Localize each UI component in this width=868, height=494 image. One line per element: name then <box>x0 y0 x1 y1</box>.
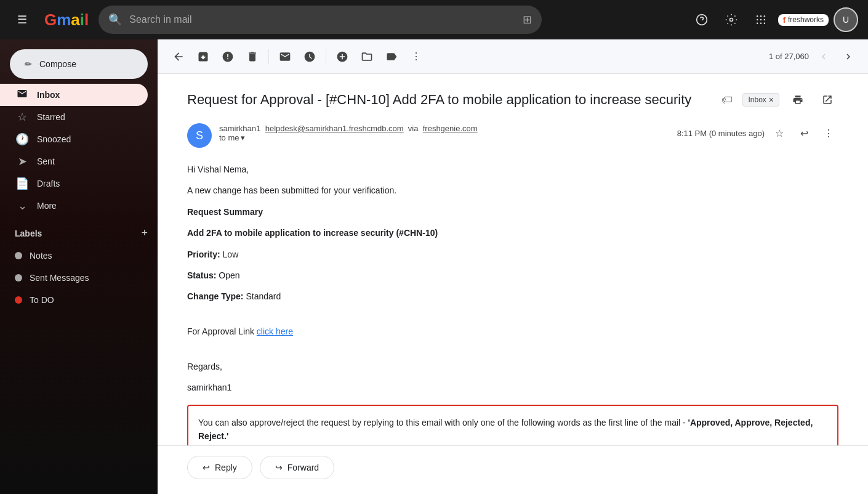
previous-email-button[interactable] <box>814 47 834 67</box>
forward-label: Forward <box>287 463 319 472</box>
intro: A new change has been submitted for your… <box>187 184 838 197</box>
more-actions-button[interactable]: ⋮ <box>405 46 427 68</box>
compose-icon: ✏ <box>25 59 32 69</box>
label-item-todo[interactable]: To DO <box>0 289 148 311</box>
settings-icon[interactable] <box>719 7 744 32</box>
svg-point-4 <box>760 15 762 17</box>
sidebar-item-label: Starred <box>37 112 65 122</box>
label-name: Sent Messages <box>30 273 89 283</box>
mark-unread-button[interactable] <box>274 46 296 68</box>
label-dot-todo <box>15 296 22 304</box>
open-new-window-button[interactable] <box>816 89 838 111</box>
label-name: To DO <box>30 295 54 305</box>
next-email-button[interactable] <box>838 47 858 67</box>
toolbar-divider-2 <box>326 49 326 64</box>
sender-name-row: samirkhan1 helpdesk@samirkhan1.freshcmdb… <box>219 123 670 133</box>
apps-icon[interactable] <box>749 7 773 32</box>
add-label-button[interactable]: + <box>141 227 148 240</box>
label-item-sent-messages[interactable]: Sent Messages <box>0 267 148 289</box>
search-bar: 🔍 ⊞ <box>98 6 542 34</box>
email-timestamp: 8:11 PM (0 minutes ago) <box>677 129 765 138</box>
inbox-tag-label: Inbox <box>748 95 766 104</box>
summary-header: Request Summary <box>187 205 838 219</box>
sidebar-item-label: More <box>37 201 57 211</box>
snooze-button[interactable] <box>299 46 321 68</box>
label-item-notes[interactable]: Notes <box>0 245 148 267</box>
freshworks-label: freshworks <box>788 15 824 24</box>
summary-title: Add 2FA to mobile application to increas… <box>187 226 838 240</box>
sidebar-item-drafts[interactable]: 📄 Drafts <box>0 172 148 195</box>
labels-title: Labels <box>15 229 42 238</box>
email-actions-bottom: ↩ Reply ↪ Forward <box>158 445 868 494</box>
help-icon[interactable] <box>689 7 714 32</box>
inbox-tag-close[interactable]: × <box>769 95 774 105</box>
freshworks-badge[interactable]: f freshworks <box>778 14 829 26</box>
sent-icon: ➤ <box>15 155 30 168</box>
snoozed-icon: 🕐 <box>15 132 30 146</box>
svg-point-6 <box>757 19 758 21</box>
main-layout: ✏ Compose Inbox ☆ Starred 🕐 Snoozed ➤ Se… <box>0 39 868 494</box>
svg-point-5 <box>763 15 765 17</box>
priority-line: Priority: Low <box>187 248 838 261</box>
avatar[interactable]: U <box>834 7 858 32</box>
sender-email: helpdesk@samirkhan1.freshcmdb.com via fr… <box>263 124 478 133</box>
sidebar-item-inbox[interactable]: Inbox <box>0 84 148 106</box>
filter-icon[interactable]: ⊞ <box>523 13 532 26</box>
more-icon: ⌄ <box>15 199 30 213</box>
archive-button[interactable] <box>192 46 214 68</box>
add-task-button[interactable] <box>331 46 353 68</box>
pagination-text: 1 of 27,060 <box>769 52 809 61</box>
svg-point-2 <box>729 18 733 22</box>
print-button[interactable] <box>787 89 809 111</box>
sidebar-item-label: Inbox <box>37 90 60 100</box>
forward-icon: ↪ <box>275 463 283 472</box>
delete-button[interactable] <box>241 46 263 68</box>
change-type-line: Change Type: Standard <box>187 290 838 303</box>
svg-point-3 <box>757 15 758 17</box>
reply-label: Reply <box>215 463 237 472</box>
to-me: to me ▾ <box>219 133 670 142</box>
sender-sign: samirkhan1 <box>187 381 838 394</box>
back-button[interactable] <box>167 46 190 68</box>
reply-button[interactable]: ↩ Reply <box>187 456 252 479</box>
label-dot-sent-messages <box>15 274 22 281</box>
star-icon: ☆ <box>15 110 30 124</box>
approval-box-text: You can also approve/reject the request … <box>198 418 688 427</box>
star-button[interactable]: ☆ <box>770 123 789 143</box>
labels-header: Labels + <box>0 217 158 245</box>
status-line: Status: Open <box>187 269 838 282</box>
sidebar-item-starred[interactable]: ☆ Starred <box>0 106 148 128</box>
report-button[interactable] <box>217 46 239 68</box>
svg-point-9 <box>757 23 758 25</box>
menu-icon[interactable]: ☰ <box>10 7 34 32</box>
greeting: Hi Vishal Nema, <box>187 163 838 176</box>
compose-button[interactable]: ✏ Compose <box>10 49 148 79</box>
svg-point-11 <box>763 23 765 25</box>
sidebar-item-label: Sent <box>37 156 55 166</box>
sidebar: ✏ Compose Inbox ☆ Starred 🕐 Snoozed ➤ Se… <box>0 39 158 494</box>
sidebar-item-sent[interactable]: ➤ Sent <box>0 150 148 172</box>
sender-name: samirkhan1 <box>219 124 260 133</box>
email-meta-row: S samirkhan1 helpdesk@samirkhan1.freshcm… <box>187 123 838 148</box>
label-button[interactable] <box>380 46 403 68</box>
reply-icon: ↩ <box>203 463 210 472</box>
move-to-button[interactable] <box>356 46 378 68</box>
dropdown-icon[interactable]: ▾ <box>241 133 245 142</box>
sidebar-item-more[interactable]: ⌄ More <box>0 195 148 217</box>
email-panel: ⋮ 1 of 27,060 Request for Approval - [#C… <box>158 39 868 494</box>
forward-button[interactable]: ↪ Forward <box>260 456 334 479</box>
search-icon: 🔍 <box>108 13 122 26</box>
sidebar-item-snoozed[interactable]: 🕐 Snoozed <box>0 128 148 150</box>
drafts-icon: 📄 <box>15 177 30 190</box>
inbox-tag: Inbox × <box>742 93 779 107</box>
compose-label: Compose <box>39 59 76 69</box>
email-subject: Request for Approval - [#CHN-10] Add 2FA… <box>187 92 714 108</box>
email-body: Hi Vishal Nema, A new change has been su… <box>187 163 838 445</box>
approval-link[interactable]: click here <box>257 326 293 336</box>
email-pagination: 1 of 27,060 <box>769 47 858 67</box>
reply-button-header[interactable]: ↩ <box>794 123 814 143</box>
sender-avatar: S <box>187 123 212 148</box>
sidebar-item-label: Drafts <box>37 179 60 188</box>
search-input[interactable] <box>129 14 515 25</box>
more-options-button[interactable]: ⋮ <box>819 123 838 143</box>
